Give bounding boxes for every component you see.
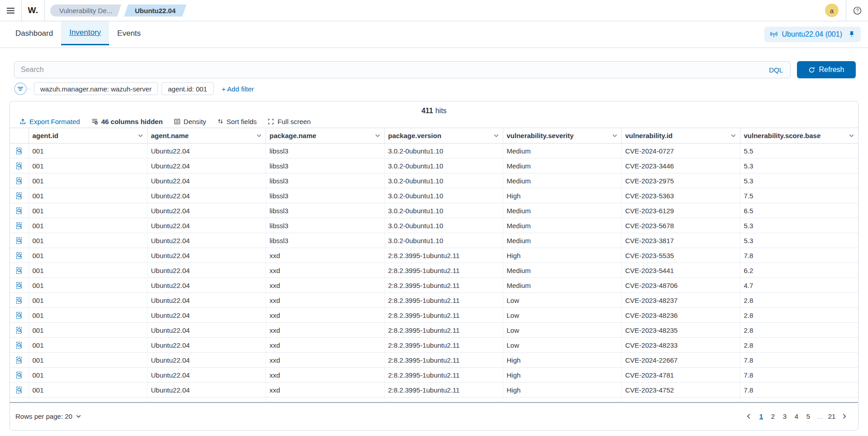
cell-agent.name: Ubuntu22.04 [147,158,266,173]
column-header-package.name[interactable]: package.name [266,128,384,144]
filter-chip[interactable]: wazuh.manager.name: wazuh-server [34,82,158,95]
column-header-agent.name[interactable]: agent.name [147,128,266,144]
expand-row-button[interactable] [15,311,23,319]
menu-button[interactable] [0,0,21,21]
columns-hidden-button[interactable]: 46 columns hidden [86,115,168,127]
avatar[interactable]: a [825,4,839,17]
inspect-document-icon [15,356,23,364]
cell-package.name: xxd [266,248,384,263]
page-5[interactable]: 5 [802,412,814,420]
column-header-vulnerability.id[interactable]: vulnerability.id [621,128,740,144]
cell-vulnerability.score.base: 2.8 [740,293,858,308]
density-label: Density [184,118,206,125]
cell-agent.name: Ubuntu22.04 [147,203,266,218]
cell-vulnerability.id: CVE-2023-4781 [621,368,740,383]
columns-hidden-label: 46 columns hidden [101,118,163,125]
chevron-down-icon [612,133,618,139]
inspect-document-icon [15,297,23,304]
export-formatted-button[interactable]: Export Formated [14,115,85,127]
tab-inventory[interactable]: Inventory [61,21,109,45]
page-1[interactable]: 1 [755,412,767,420]
cell-vulnerability.severity: Low [503,338,621,353]
expand-row-button[interactable] [15,371,23,379]
cell-vulnerability.id: CVE-2023-5441 [621,263,740,278]
page-4[interactable]: 4 [791,412,802,420]
table-row: 001Ubuntu22.04libssl33.0.2-0ubuntu1.10Me… [10,218,858,233]
cell-agent.id: 001 [29,353,147,368]
unpin-agent-button[interactable] [848,31,855,38]
expand-row-button[interactable] [15,326,23,334]
refresh-button[interactable]: Refresh [797,61,856,78]
page-2[interactable]: 2 [767,412,779,420]
top-bar-right: a ? [818,0,868,21]
search-input[interactable] [21,66,762,74]
refresh-label: Refresh [819,66,844,74]
cell-vulnerability.severity: Low [503,323,621,338]
cell-agent.name: Ubuntu22.04 [147,218,266,233]
table-row: 001Ubuntu22.04xxd2:8.2.3995-1ubuntu2.11M… [10,263,858,278]
tab-dashboard[interactable]: Dashboard [7,21,61,45]
rows-per-page-button[interactable]: Rows per page: 20 [15,412,81,420]
breadcrumb-agent[interactable]: Ubuntu22.04 [124,5,186,17]
cell-package.name: libssl3 [266,218,384,233]
table-row: 001Ubuntu22.04xxd2:8.2.3995-1ubuntu2.11M… [10,278,858,293]
inspect-document-icon [15,147,23,155]
column-header-agent.id[interactable]: agent.id [29,128,147,144]
expand-row-button[interactable] [15,267,23,274]
expand-row-button[interactable] [15,162,23,170]
cell-package.version: 2:8.2.3995-1ubuntu2.11 [384,293,503,308]
cell-vulnerability.score.base: 4.7 [740,278,858,293]
inspect-document-icon [15,252,23,259]
tab-events[interactable]: Events [109,21,149,45]
cell-agent.id: 001 [29,278,147,293]
cell-vulnerability.id: CVE-2023-4752 [621,383,740,398]
density-button[interactable]: Density [169,115,211,127]
menu-icon [6,7,15,14]
agent-selector-chip[interactable]: Ubuntu22.04 (001) [764,27,861,42]
filter-options-button[interactable] [14,82,27,95]
page-21[interactable]: 21 [826,412,838,420]
row-control-cell [10,144,29,158]
cell-agent.id: 001 [29,323,147,338]
table-row: 001Ubuntu22.04xxd2:8.2.3995-1ubuntu2.11L… [10,308,858,323]
column-header-label: vulnerability.score.base [744,132,821,139]
row-control-cell [10,248,29,263]
expand-row-button[interactable] [15,207,23,215]
row-control-cell [10,398,29,402]
cell-vulnerability.severity [503,398,621,402]
cell-vulnerability.id: CVE-2023-5535 [621,248,740,263]
pagination: 12345…21 [742,412,851,420]
expand-row-button[interactable] [15,237,23,244]
expand-row-button[interactable] [15,386,23,394]
help-button[interactable]: ? [846,0,868,21]
expand-row-button[interactable] [15,252,23,259]
column-header-vulnerability.score.base[interactable]: vulnerability.score.base [740,128,858,144]
page-3[interactable]: 3 [779,412,791,420]
table-row: 001Ubuntu22.04xxd2:8.2.3995-1ubuntu2.11L… [10,338,858,353]
column-header-vulnerability.severity[interactable]: vulnerability.severity [503,128,621,144]
filter-chip[interactable]: agent.id: 001 [162,82,214,95]
tabs: DashboardInventoryEvents [7,21,149,45]
expand-row-button[interactable] [15,147,23,155]
expand-row-button[interactable] [15,177,23,185]
cell-agent.name: Ubuntu22.04 [147,293,266,308]
add-filter-button[interactable]: + Add filter [222,85,254,93]
query-language-button[interactable]: DQL [762,62,790,78]
full-screen-button[interactable]: Full screen [262,115,315,127]
expand-row-button[interactable] [15,222,23,230]
expand-row-button[interactable] [15,356,23,364]
expand-row-button[interactable] [15,297,23,304]
expand-row-button[interactable] [15,341,23,349]
previous-page-button[interactable] [742,413,755,419]
cell-vulnerability.severity: Low [503,293,621,308]
chevron-down-icon [138,133,143,139]
breadcrumb-vulnerability-detection[interactable]: Vulnerability De... [50,5,121,17]
column-header-package.version[interactable]: package.version [384,128,503,144]
hits-count: 411 [421,107,433,115]
next-page-button[interactable] [838,413,851,419]
cell-vulnerability.score.base: 5.5 [740,144,858,158]
wazuh-logo[interactable]: W. [22,0,44,21]
sort-fields-button[interactable]: Sort fields [212,115,262,127]
expand-row-button[interactable] [15,192,23,200]
expand-row-button[interactable] [15,282,23,289]
